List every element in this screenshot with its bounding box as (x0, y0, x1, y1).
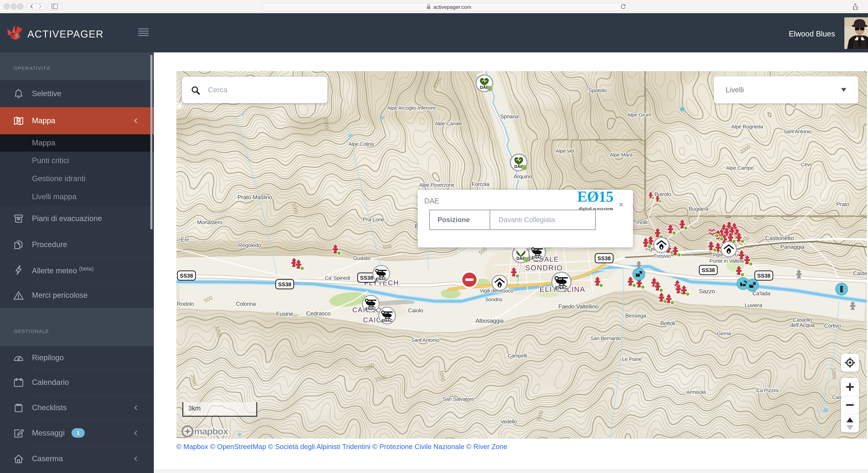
svg-text:Cedrasco: Cedrasco (306, 310, 331, 317)
svg-text:Cortivo: Cortivo (824, 322, 841, 329)
svg-text:Pra Lone: Pra Lone (363, 216, 384, 223)
svg-text:San Bernardo: San Bernardo (590, 336, 621, 341)
svg-text:SONDRIO: SONDRIO (525, 264, 563, 272)
svg-text:Bugiana: Bugiana (689, 206, 709, 212)
svg-text:Regoledo: Regoledo (238, 242, 261, 248)
svg-text:Prato Maslino: Prato Maslino (238, 194, 272, 200)
svg-text:mapbox: mapbox (194, 426, 228, 436)
svg-text:Gerna: Gerna (717, 330, 731, 336)
svg-text:Prato: Prato (836, 201, 849, 207)
svg-text:Ere: Ere (181, 236, 189, 243)
svg-text:Spotolo: Spotolo (589, 87, 607, 94)
svg-text:Fusine: Fusine (276, 310, 293, 317)
svg-text:Alpe Vel: Alpe Vel (556, 148, 574, 154)
svg-text:Bessega: Bessega (625, 313, 646, 319)
svg-text:Alpe Mara: Alpe Mara (610, 152, 632, 158)
svg-text:Forcola: Forcola (472, 181, 490, 187)
svg-text:dell'Acqua: dell'Acqua (790, 322, 815, 328)
svg-text:Campelli: Campelli (507, 353, 527, 358)
svg-text:Spriana: Spriana (500, 113, 519, 120)
svg-text:Alpe Colina: Alpe Colina (348, 141, 374, 147)
svg-text:Sondrio: Sondrio (485, 296, 502, 302)
svg-text:Alpe Grum: Alpe Grum (627, 112, 651, 118)
svg-text:Bettoli: Bettoli (660, 320, 675, 326)
svg-text:SS38: SS38 (757, 273, 770, 279)
svg-text:SS38: SS38 (278, 281, 291, 287)
svg-text:Faedo Valtellino: Faedo Valtellino (558, 303, 598, 310)
svg-text:Albosaggia: Albosaggia (475, 317, 504, 324)
svg-text:Castelvet: Castelvet (853, 270, 867, 276)
svg-text:Alpe Campo: Alpe Campo (726, 165, 753, 171)
svg-text:Alpe Rogneda: Alpe Rogneda (732, 124, 763, 129)
svg-text:Cevo: Cevo (801, 162, 812, 167)
svg-text:Colorina: Colorina (236, 301, 256, 307)
svg-text:Sant'Antonio: Sant'Antonio (411, 337, 439, 343)
svg-text:Monastero: Monastero (197, 219, 222, 225)
svg-text:SS38: SS38 (597, 255, 611, 261)
svg-text:Arquino: Arquino (514, 174, 532, 180)
svg-text:Vedello: Vedello (500, 419, 517, 424)
svg-text:Alpe Canale: Alpe Canale (435, 121, 462, 126)
svg-text:Rodolo: Rodolo (177, 301, 194, 307)
svg-text:Sazzo: Sazzo (699, 288, 715, 294)
svg-text:Caiolo: Caiolo (408, 307, 423, 314)
svg-text:San Salvatore: San Salvatore (443, 396, 474, 402)
svg-text:Sant'Antonio: Sant'Antonio (783, 129, 812, 134)
svg-text:Armisola: Armisola (686, 389, 706, 395)
svg-text:Castionetto: Castionetto (765, 235, 794, 241)
svg-text:Le Piane: Le Piane (622, 356, 642, 362)
svg-text:Ca' Spinedi: Ca' Spinedi (325, 275, 350, 281)
svg-text:Ca Pizzini: Ca Pizzini (756, 387, 778, 393)
svg-text:Alpe Poverzone: Alpe Poverzone (419, 182, 454, 188)
svg-text:500: 500 (382, 243, 392, 250)
svg-text:Alpe Arcoglio Inferiore: Alpe Arcoglio Inferiore (387, 105, 436, 111)
svg-text:Ca'lada: Ca'lada (752, 290, 770, 296)
svg-text:SS38: SS38 (702, 267, 715, 273)
svg-text:Guasto: Guasto (353, 255, 370, 261)
svg-text:Luviera: Luviera (745, 302, 763, 308)
svg-text:molli: molli (637, 219, 648, 225)
svg-text:Tresivio: Tresivio (653, 253, 671, 259)
svg-text:SS38: SS38 (180, 273, 193, 279)
svg-text:SS38: SS38 (360, 275, 373, 281)
svg-text:Panaggia: Panaggia (780, 244, 805, 250)
